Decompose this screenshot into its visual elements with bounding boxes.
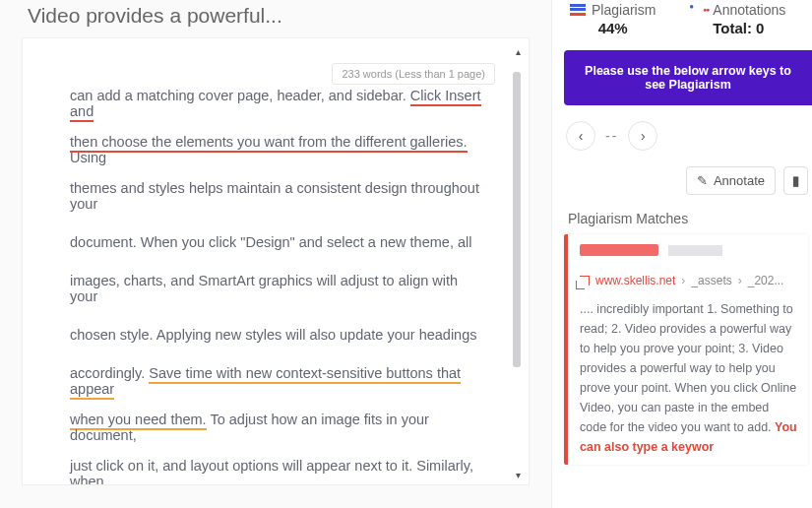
source-seg1: _assets: [691, 274, 731, 287]
match-excerpt: .... incredibly important 1. Something t…: [580, 299, 798, 457]
match-position: --: [605, 128, 618, 144]
chevron-right-icon: ›: [641, 128, 646, 144]
edit-icon: ✎: [697, 173, 708, 188]
excerpt-plain: .... incredibly important 1. Something t…: [580, 302, 796, 434]
annotations-icon: [691, 4, 707, 16]
stat-plagiarism-label: Plagiarism: [592, 2, 656, 18]
doc-line[interactable]: can add a matching cover page, header, a…: [70, 80, 481, 126]
instruction-banner: Please use the below arrow keys to see P…: [564, 50, 812, 105]
action-row: ✎ Annotate ▮: [564, 166, 812, 195]
scroll-up-icon[interactable]: ▴: [513, 46, 523, 56]
text-plain: Using: [70, 150, 106, 165]
chevron-left-icon: ‹: [579, 128, 584, 144]
stat-annotations: Annotations Total: 0: [691, 2, 785, 36]
match-bar-remainder: [668, 245, 722, 256]
word-count-badge: 233 words (Less than 1 page): [332, 63, 495, 85]
text-plain: just click on it, and layout options wil…: [70, 458, 473, 485]
text-plain: chosen style. Applying new styles will a…: [70, 327, 477, 343]
secondary-action-button[interactable]: ▮: [783, 166, 808, 195]
page-title: Video provides a powerful...: [0, 0, 551, 37]
match-source-link[interactable]: www.skellis.net › _assets › _202...: [580, 274, 798, 287]
source-seg2: _202...: [748, 274, 784, 287]
scroll-down-icon[interactable]: ▾: [513, 470, 523, 479]
text-plain: document. When you click "Design" and se…: [70, 234, 471, 250]
doc-line[interactable]: then choose the elements you want from t…: [70, 126, 481, 172]
match-nav-row: ‹ -- ›: [564, 117, 812, 166]
breadcrumb-sep: ›: [681, 274, 685, 287]
match-score-bar: [580, 244, 798, 256]
stats-row: Plagiarism 44% Annotations Total: 0: [564, 0, 812, 42]
doc-line[interactable]: images, charts, and SmartArt graphics wi…: [70, 265, 481, 311]
next-match-button[interactable]: ›: [628, 121, 657, 151]
scrollbar[interactable]: ▴ ▾: [513, 46, 523, 479]
doc-line[interactable]: accordingly. Save time with new context-…: [70, 357, 481, 404]
annotate-label: Annotate: [714, 173, 765, 188]
text-plain: images, charts, and SmartArt graphics wi…: [70, 273, 458, 304]
doc-line[interactable]: when you need them. To adjust how an ima…: [70, 404, 481, 450]
scroll-thumb[interactable]: [513, 72, 521, 367]
breadcrumb-sep: ›: [738, 274, 742, 287]
doc-line[interactable]: themes and styles helps maintain a consi…: [70, 172, 481, 219]
text-plain: themes and styles helps maintain a consi…: [70, 180, 479, 212]
stat-plagiarism: Plagiarism 44%: [570, 2, 656, 36]
stat-plagiarism-value: 44%: [598, 18, 628, 36]
match-card[interactable]: www.skellis.net › _assets › _202... ....…: [564, 234, 808, 465]
document-body[interactable]: can add a matching cover page, header, a…: [23, 38, 529, 484]
text-plain: can add a matching cover page, header, a…: [70, 88, 410, 103]
doc-line[interactable]: chosen style. Applying new styles will a…: [70, 311, 481, 357]
external-link-icon: [580, 276, 590, 286]
prev-match-button[interactable]: ‹: [566, 121, 595, 151]
doc-line[interactable]: just click on it, and layout options wil…: [70, 450, 481, 484]
stat-annotations-label: Annotations: [713, 2, 785, 18]
action-icon: ▮: [792, 173, 799, 188]
text-plain: accordingly.: [70, 365, 149, 381]
match-bar-high: [580, 244, 658, 256]
source-domain: www.skellis.net: [595, 274, 675, 287]
stat-annotations-value: Total: 0: [713, 18, 764, 36]
plagiarism-icon: [570, 4, 586, 16]
text-highlight: then choose the elements you want from t…: [70, 134, 468, 153]
matches-title: Plagiarism Matches: [564, 205, 812, 234]
doc-line[interactable]: document. When you click "Design" and se…: [70, 219, 481, 265]
annotate-button[interactable]: ✎ Annotate: [686, 166, 776, 195]
document-panel: 233 words (Less than 1 page) can add a m…: [22, 37, 530, 485]
